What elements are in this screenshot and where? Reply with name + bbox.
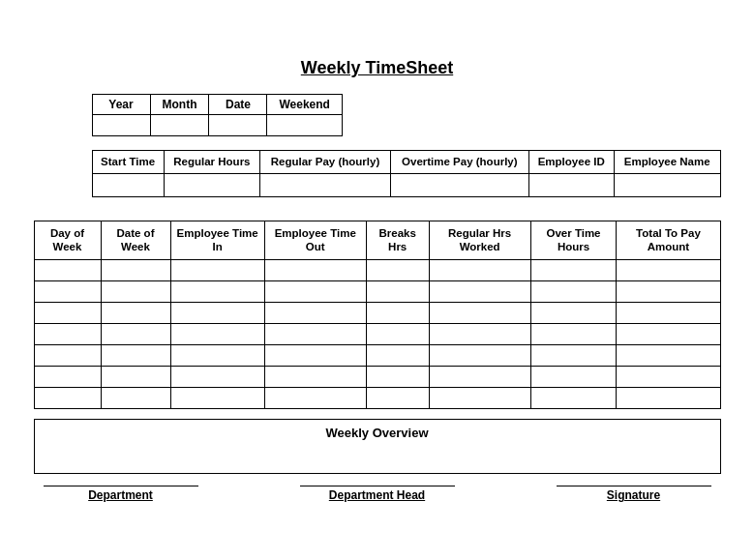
col-breaks-hrs: Breaks Hrs bbox=[366, 221, 429, 260]
col-employee-id: Employee ID bbox=[528, 150, 614, 173]
table-row-4-col-4[interactable] bbox=[366, 345, 429, 367]
regular-pay-value[interactable] bbox=[260, 173, 391, 196]
col-month: Month bbox=[150, 94, 209, 114]
overview-content[interactable] bbox=[35, 446, 720, 473]
weekend-value[interactable] bbox=[267, 114, 342, 135]
col-start-time: Start Time bbox=[92, 150, 164, 173]
spacer2 bbox=[34, 409, 721, 417]
table-row-2-col-0[interactable] bbox=[34, 303, 101, 324]
table-row-5-col-5[interactable] bbox=[429, 367, 530, 388]
table-row-1-col-6[interactable] bbox=[530, 281, 617, 303]
table-row-5-col-4[interactable] bbox=[366, 367, 429, 388]
col-emp-time-out: Employee Time Out bbox=[264, 221, 366, 260]
table-row-1-col-0[interactable] bbox=[34, 281, 101, 303]
table-row-3-col-2[interactable] bbox=[170, 324, 264, 345]
table-row-2-col-6[interactable] bbox=[530, 303, 617, 324]
table-row-4-col-6[interactable] bbox=[530, 345, 617, 367]
department-head-label: Department Head bbox=[300, 488, 455, 502]
table-row-0-col-1[interactable] bbox=[101, 260, 170, 281]
table-row-4-col-1[interactable] bbox=[101, 345, 170, 367]
department-sig: Department bbox=[44, 486, 198, 502]
col-year: Year bbox=[92, 94, 150, 114]
table-row-2-col-4[interactable] bbox=[366, 303, 429, 324]
table-row-2-col-5[interactable] bbox=[429, 303, 530, 324]
spacer bbox=[34, 211, 721, 221]
month-value[interactable] bbox=[150, 114, 209, 135]
table-row-5-col-1[interactable] bbox=[101, 367, 170, 388]
signature-row: Department Department Head Signature bbox=[34, 486, 721, 502]
table-row-3-col-5[interactable] bbox=[429, 324, 530, 345]
signature-sig: Signature bbox=[557, 486, 711, 502]
table-row-6-col-7[interactable] bbox=[617, 388, 720, 409]
table-row-2-col-7[interactable] bbox=[617, 303, 720, 324]
col-weekend: Weekend bbox=[267, 94, 342, 114]
table-row-5-col-3[interactable] bbox=[264, 367, 366, 388]
start-time-value[interactable] bbox=[92, 173, 164, 196]
col-day-of-week: Day of Week bbox=[34, 221, 101, 260]
employee-section: Start Time Regular Hours Regular Pay (ho… bbox=[92, 150, 721, 197]
table-row-2-col-2[interactable] bbox=[170, 303, 264, 324]
table-row-1-col-1[interactable] bbox=[101, 281, 170, 303]
table-row-1-col-2[interactable] bbox=[170, 281, 264, 303]
table-row-1-col-7[interactable] bbox=[617, 281, 720, 303]
table-row-0-col-0[interactable] bbox=[34, 260, 101, 281]
table-row-6-col-5[interactable] bbox=[429, 388, 530, 409]
table-row-2-col-3[interactable] bbox=[264, 303, 366, 324]
table-row-3-col-0[interactable] bbox=[34, 324, 101, 345]
table-row-5-col-0[interactable] bbox=[34, 367, 101, 388]
department-sig-line bbox=[44, 486, 198, 486]
employee-table: Start Time Regular Hours Regular Pay (ho… bbox=[92, 150, 721, 197]
table-row-5-col-2[interactable] bbox=[170, 367, 264, 388]
overtime-pay-value[interactable] bbox=[391, 173, 529, 196]
table-row-3-col-7[interactable] bbox=[617, 324, 720, 345]
col-overtime-hours: Over Time Hours bbox=[530, 221, 617, 260]
table-row-4-col-5[interactable] bbox=[429, 345, 530, 367]
col-regular-hrs-worked: Regular Hrs Worked bbox=[429, 221, 530, 260]
table-row-5-col-6[interactable] bbox=[530, 367, 617, 388]
table-row-0-col-7[interactable] bbox=[617, 260, 720, 281]
info-table: Year Month Date Weekend bbox=[92, 94, 343, 136]
table-row-3-col-6[interactable] bbox=[530, 324, 617, 345]
col-emp-time-in: Employee Time In bbox=[170, 221, 264, 260]
table-row-4-col-2[interactable] bbox=[170, 345, 264, 367]
regular-hours-value[interactable] bbox=[164, 173, 259, 196]
table-row-2-col-1[interactable] bbox=[101, 303, 170, 324]
employee-id-value[interactable] bbox=[528, 173, 614, 196]
table-row-0-col-5[interactable] bbox=[429, 260, 530, 281]
table-row-6-col-3[interactable] bbox=[264, 388, 366, 409]
table-row-3-col-3[interactable] bbox=[264, 324, 366, 345]
employee-name-value[interactable] bbox=[614, 173, 720, 196]
table-row-1-col-5[interactable] bbox=[429, 281, 530, 303]
table-row-3-col-1[interactable] bbox=[101, 324, 170, 345]
table-row-6-col-0[interactable] bbox=[34, 388, 101, 409]
table-row-5-col-7[interactable] bbox=[617, 367, 720, 388]
table-row-6-col-1[interactable] bbox=[101, 388, 170, 409]
col-total-pay: Total To Pay Amount bbox=[617, 221, 720, 260]
table-row-4-col-3[interactable] bbox=[264, 345, 366, 367]
timesheet-page: Weekly TimeSheet Year Month Date Weekend bbox=[15, 41, 740, 520]
table-row-4-col-0[interactable] bbox=[34, 345, 101, 367]
table-row-0-col-4[interactable] bbox=[366, 260, 429, 281]
table-row-0-col-2[interactable] bbox=[170, 260, 264, 281]
overview-section: Weekly Overview bbox=[34, 419, 721, 474]
table-row-1-col-3[interactable] bbox=[264, 281, 366, 303]
table-row-6-col-4[interactable] bbox=[366, 388, 429, 409]
table-row-1-col-4[interactable] bbox=[366, 281, 429, 303]
col-regular-pay: Regular Pay (hourly) bbox=[260, 150, 391, 173]
table-row-3-col-4[interactable] bbox=[366, 324, 429, 345]
table-row-4-col-7[interactable] bbox=[617, 345, 720, 367]
department-head-sig: Department Head bbox=[300, 486, 455, 502]
table-row-6-col-2[interactable] bbox=[170, 388, 264, 409]
table-row-0-col-6[interactable] bbox=[530, 260, 617, 281]
department-head-sig-line bbox=[300, 486, 455, 486]
signature-label: Signature bbox=[557, 488, 711, 502]
info-section: Year Month Date Weekend bbox=[92, 94, 721, 136]
col-employee-name: Employee Name bbox=[614, 150, 720, 173]
table-row-0-col-3[interactable] bbox=[264, 260, 366, 281]
signature-sig-line bbox=[557, 486, 711, 486]
col-regular-hours: Regular Hours bbox=[164, 150, 259, 173]
table-row-6-col-6[interactable] bbox=[530, 388, 617, 409]
date-value[interactable] bbox=[209, 114, 267, 135]
overview-title: Weekly Overview bbox=[35, 420, 720, 446]
year-value[interactable] bbox=[92, 114, 150, 135]
